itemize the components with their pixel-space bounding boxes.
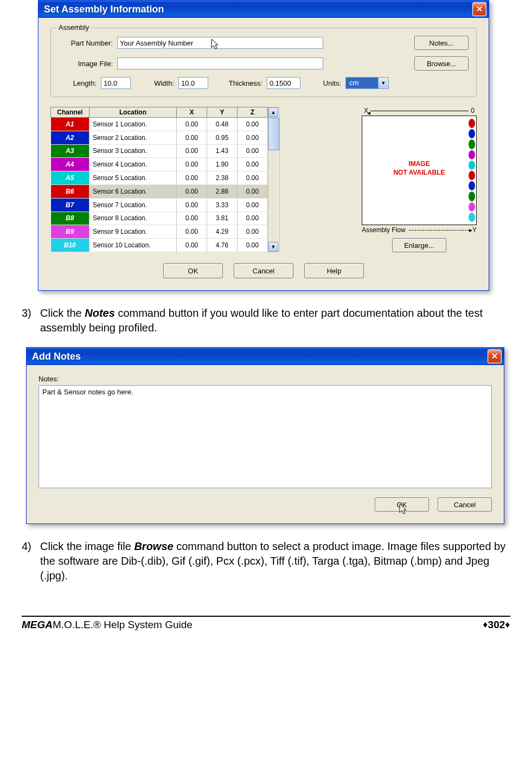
cancel-button[interactable]: Cancel [234,263,293,278]
axis-0-label: 0 [471,107,475,114]
preview-panel: X ◂ 0 IMAGENOT AVAILABLE Assembly Flow ▸… [362,107,477,252]
image-file-input[interactable] [117,58,323,69]
close-icon[interactable]: ✕ [472,2,486,16]
y-cell: 0.48 [207,118,238,131]
table-row[interactable]: A5Sensor 5 Location.0.002.380.00 [51,171,268,185]
channel-cell: B6 [51,184,89,198]
z-cell: 0.00 [238,118,268,131]
axis-y-label: Y [472,226,477,234]
part-number-input[interactable] [117,37,323,49]
dialog-title: Set Assembly Information [44,4,164,15]
channel-cell: A2 [51,131,89,144]
channel-cell: B10 [51,239,89,252]
footer-rest: M.O.L.E.® Help System Guide [53,619,193,630]
sensor-color-strip [469,118,475,222]
col-location: Location [89,107,177,118]
enlarge-button[interactable]: Enlarge... [392,238,446,252]
y-cell: 2.86 [207,184,238,198]
length-input[interactable] [101,77,131,89]
assembly-groupbox: Assembly Part Number: Notes... Image Fil… [50,28,477,97]
step-3-text: 3) Click the Notes command button if you… [22,306,510,335]
z-cell: 0.00 [238,144,268,158]
location-cell: Sensor 10 Location. [89,239,177,252]
y-cell: 1.43 [207,144,238,158]
thickness-label: Thickness: [208,79,267,87]
x-cell: 0.00 [177,239,207,252]
location-cell: Sensor 7 Location. [89,198,177,212]
z-cell: 0.00 [238,212,268,225]
y-cell: 3.81 [207,212,238,225]
y-cell: 3.33 [207,198,238,212]
notes-textarea[interactable] [39,385,492,488]
browse-button[interactable]: Browse... [414,56,469,71]
y-cell: 1.90 [207,158,238,171]
channel-cell: A3 [51,144,89,158]
group-label: Assembly [56,23,91,31]
table-row[interactable]: B10Sensor 10 Location.0.004.760.00 [51,239,268,252]
ok-button[interactable]: OK [375,497,429,512]
step-4-text: 4) Click the image file Browse command b… [22,539,510,583]
table-row[interactable]: B8Sensor 8 Location.0.003.810.00 [51,212,268,225]
y-cell: 4.76 [207,239,238,252]
channel-cell: A4 [51,158,89,171]
add-notes-dialog: Add Notes ✕ Notes: OK Cancel [26,347,504,524]
page-footer: MEGAM.O.L.E.® Help System Guide ♦302♦ [22,616,510,642]
y-cell: 0.95 [207,131,238,144]
units-value: cm [346,78,378,88]
table-row[interactable]: B9Sensor 9 Location.0.004.290.00 [51,225,268,239]
dialog-titlebar[interactable]: Add Notes ✕ [27,348,504,365]
table-row[interactable]: B6Sensor 6 Location.0.002.860.00 [51,184,268,198]
channel-cell: B7 [51,198,89,212]
table-row[interactable]: A4Sensor 4 Location.0.001.900.00 [51,158,268,171]
channel-cell: A5 [51,171,89,185]
table-scrollbar[interactable]: ▲ ▼ [268,107,280,252]
footer-page-number: 302 [488,619,505,630]
dialog-titlebar[interactable]: Set Assembly Information ✕ [39,1,489,18]
set-assembly-info-dialog: Set Assembly Information ✕ Assembly Part… [38,0,489,291]
x-cell: 0.00 [177,184,207,198]
z-cell: 0.00 [238,239,268,252]
scroll-up-icon[interactable]: ▲ [268,107,278,117]
z-cell: 0.00 [238,225,268,239]
close-icon[interactable]: ✕ [488,349,502,363]
y-cell: 2.38 [207,171,238,185]
col-channel: Channel [51,107,89,118]
dialog-title: Add Notes [32,351,81,362]
notes-label: Notes: [39,375,492,383]
x-cell: 0.00 [177,131,207,144]
table-row[interactable]: A2Sensor 2 Location.0.000.950.00 [51,131,268,144]
col-y: Y [207,107,238,118]
location-cell: Sensor 1 Location. [89,118,177,131]
x-cell: 0.00 [177,198,207,212]
diamond-icon: ♦ [505,619,510,630]
x-cell: 0.00 [177,171,207,185]
footer-mega: MEGA [22,619,53,630]
location-cell: Sensor 9 Location. [89,225,177,239]
diamond-icon: ♦ [483,619,488,630]
ok-button[interactable]: OK [163,263,223,278]
x-cell: 0.00 [177,118,207,131]
channel-cell: A1 [51,118,89,131]
scroll-down-icon[interactable]: ▼ [268,242,278,252]
table-row[interactable]: A3Sensor 3 Location.0.001.430.00 [51,144,268,158]
image-file-label: Image File: [59,60,117,68]
cancel-button[interactable]: Cancel [438,497,492,512]
location-cell: Sensor 3 Location. [89,144,177,158]
help-button[interactable]: Help [304,263,364,278]
location-cell: Sensor 2 Location. [89,131,177,144]
sensor-table[interactable]: ChannelLocationXYZ A1Sensor 1 Location.0… [50,107,268,252]
width-label: Width: [131,79,178,87]
length-label: Length: [59,79,101,87]
z-cell: 0.00 [238,131,268,144]
location-cell: Sensor 5 Location. [89,171,177,185]
table-row[interactable]: A1Sensor 1 Location.0.000.480.00 [51,118,268,131]
units-dropdown[interactable]: cm ▼ [345,77,389,89]
table-row[interactable]: B7Sensor 7 Location.0.003.330.00 [51,198,268,212]
units-label: Units: [300,79,345,87]
scroll-thumb[interactable] [268,118,279,150]
notes-button[interactable]: Notes... [414,36,469,50]
assembly-flow-label: Assembly Flow [362,226,406,234]
thickness-input[interactable] [267,77,300,89]
y-cell: 4.29 [207,225,238,239]
width-input[interactable] [178,77,208,89]
